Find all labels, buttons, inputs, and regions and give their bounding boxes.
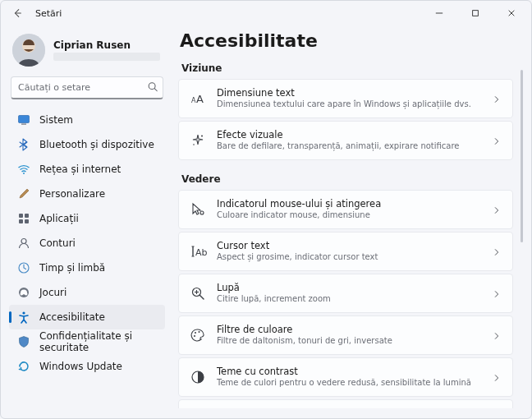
text-cursor-icon: Ab (189, 242, 207, 260)
sidebar: Ciprian Rusen Sistem (1, 25, 173, 418)
sidebar-item-label: Personalizare (39, 188, 105, 200)
sidebar-item-label: Rețea și internet (39, 163, 121, 175)
card-title: Teme cu contrast (217, 366, 483, 377)
sidebar-item-personalization[interactable]: Personalizare (9, 182, 165, 206)
wifi-icon (17, 163, 30, 176)
svg-point-22 (201, 136, 203, 137)
palette-icon (189, 326, 207, 344)
sidebar-item-accessibility[interactable]: Accesibilitate (9, 305, 165, 329)
sidebar-item-privacy[interactable]: Confidențialitate și securitate (9, 329, 165, 354)
window-title: Setări (35, 8, 62, 19)
svg-rect-2 (473, 11, 479, 16)
sidebar-item-accounts[interactable]: Conturi (9, 231, 165, 256)
avatar (12, 34, 45, 67)
account-display-name: Ciprian Rusen (53, 39, 160, 51)
card-title: Efecte vizuale (217, 129, 483, 140)
sidebar-item-network[interactable]: Rețea și internet (9, 157, 165, 182)
section-cards-vision: AA Dimensiune text Dimensiunea textului … (178, 79, 513, 160)
svg-rect-14 (19, 219, 23, 223)
card-narrator[interactable]: Narator Voce, detaliere, tastatură, brai… (178, 399, 513, 408)
shield-icon (17, 335, 30, 348)
minimize-button[interactable] (421, 1, 457, 25)
chevron-right-icon (493, 202, 504, 218)
card-subtitle: Filtre de daltonism, tonuri de gri, inve… (217, 336, 483, 347)
scrollbar-thumb[interactable] (521, 70, 523, 242)
search-input[interactable] (11, 76, 163, 99)
sidebar-item-label: Timp și limbă (39, 262, 105, 274)
sidebar-item-label: Conturi (39, 237, 76, 249)
maximize-icon (471, 9, 479, 17)
clock-globe-icon (17, 261, 30, 274)
system-icon (17, 113, 30, 127)
card-mouse-pointer[interactable]: Indicatorul mouse-ului și atingerea Culo… (178, 190, 513, 229)
account-header[interactable]: Ciprian Rusen (7, 29, 167, 75)
card-subtitle: Culoare indicator mouse, dimensiune (217, 210, 483, 221)
card-magnifier[interactable]: Lupă Citire lupă, increment zoom (178, 274, 513, 313)
avatar-image-icon (12, 34, 45, 67)
back-button[interactable] (6, 2, 29, 25)
card-text-cursor[interactable]: Ab Cursor text Aspect și grosime, indica… (178, 232, 513, 271)
sparkle-icon (189, 131, 207, 150)
svg-point-11 (23, 173, 25, 174)
chevron-right-icon (493, 91, 504, 107)
sidebar-item-gaming[interactable]: Jocuri (9, 280, 165, 305)
section-heading-seeing: Vedere (181, 173, 513, 185)
card-title: Narator (217, 407, 483, 408)
contrast-icon (189, 368, 207, 386)
svg-point-32 (199, 331, 200, 333)
cursor-icon (189, 200, 207, 219)
svg-rect-13 (25, 214, 29, 218)
card-subtitle: Teme de culori pentru o vedere redusă, s… (217, 378, 483, 389)
sidebar-item-update[interactable]: Windows Update (9, 354, 165, 379)
scrollbar[interactable] (520, 29, 525, 408)
account-names: Ciprian Rusen (53, 39, 160, 61)
sidebar-item-system[interactable]: Sistem (9, 108, 165, 132)
nav-list: Sistem Bluetooth și dispozitive Rețea și… (9, 108, 165, 379)
text-size-icon: AA (189, 90, 207, 108)
section-heading-vision: Viziune (181, 62, 513, 74)
svg-line-8 (154, 89, 157, 91)
card-title: Lupă (217, 282, 483, 293)
chevron-right-icon (493, 133, 504, 149)
content-scroll[interactable]: Accesibilitate Viziune AA Dimensiune tex… (178, 29, 518, 408)
svg-text:Ab: Ab (195, 247, 208, 258)
search-field (11, 76, 163, 99)
card-contrast-themes[interactable]: Teme cu contrast Teme de culori pentru o… (178, 357, 513, 397)
paintbrush-icon (17, 187, 30, 200)
window-controls (421, 1, 530, 25)
maximize-button[interactable] (457, 1, 493, 25)
sidebar-item-apps[interactable]: Aplicații (9, 206, 165, 231)
close-button[interactable] (493, 1, 530, 25)
update-icon (17, 360, 30, 373)
svg-point-24 (200, 211, 204, 214)
settings-window: Setări (0, 0, 532, 419)
svg-line-28 (200, 296, 204, 300)
chevron-right-icon (493, 286, 504, 302)
card-subtitle: Dimensiunea textului care apare în Windo… (217, 99, 483, 110)
sidebar-item-time[interactable]: Timp și limbă (9, 256, 165, 280)
card-title: Indicatorul mouse-ului și atingerea (217, 198, 483, 210)
card-visual-effects[interactable]: Efecte vizuale Bare de defilare, transpa… (178, 121, 513, 160)
sidebar-item-label: Jocuri (39, 287, 66, 298)
sidebar-item-bluetooth[interactable]: Bluetooth și dispozitive (9, 132, 165, 157)
svg-point-19 (22, 311, 25, 314)
minimize-icon (435, 9, 443, 17)
svg-rect-9 (19, 116, 30, 123)
chevron-right-icon (493, 370, 504, 385)
main: Accesibilitate Viziune AA Dimensiune tex… (173, 25, 531, 418)
chevron-right-icon (493, 244, 504, 260)
sidebar-item-label: Confidențialitate și securitate (39, 330, 160, 353)
card-color-filters[interactable]: Filtre de culoare Filtre de daltonism, t… (178, 315, 513, 355)
section-cards-seeing: Indicatorul mouse-ului și atingerea Culo… (178, 190, 513, 408)
magnifier-icon (189, 284, 207, 302)
page-title: Accesibilitate (180, 30, 513, 51)
svg-text:A: A (196, 93, 204, 105)
card-text-size[interactable]: AA Dimensiune text Dimensiunea textului … (178, 79, 513, 118)
accessibility-icon (17, 311, 30, 324)
titlebar: Setări (1, 1, 531, 25)
close-icon (507, 9, 516, 17)
body: Ciprian Rusen Sistem (1, 25, 531, 418)
card-title: Filtre de culoare (217, 324, 483, 335)
card-subtitle: Aspect și grosime, indicator cursor text (217, 252, 483, 263)
card-title: Cursor text (217, 240, 483, 251)
